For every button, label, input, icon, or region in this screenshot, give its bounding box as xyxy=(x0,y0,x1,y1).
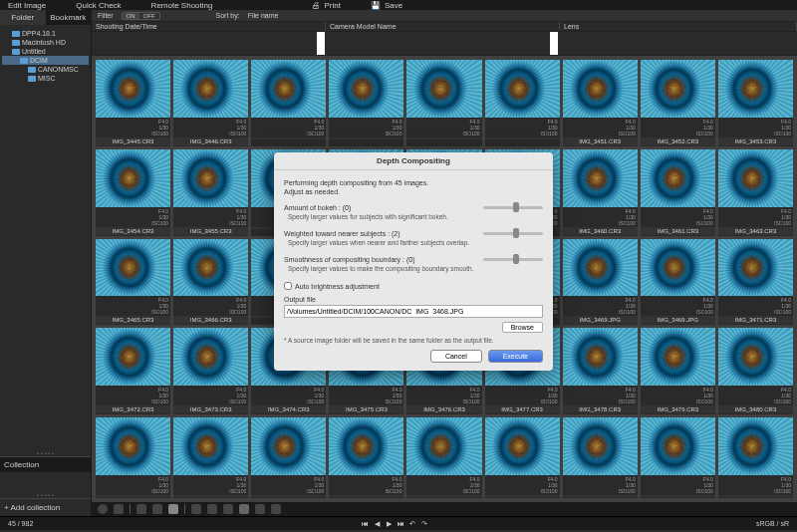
smooth-slider[interactable] xyxy=(483,258,543,261)
thumb-image xyxy=(251,417,326,475)
thumbnail[interactable]: F4.01/30ISO100 xyxy=(406,417,481,498)
thumbnail[interactable]: F4.01/30ISO100 xyxy=(718,417,793,498)
menu-print[interactable]: 🖨 Print xyxy=(312,1,340,10)
header-lens[interactable]: Lens xyxy=(560,22,797,31)
thumb-image xyxy=(173,239,248,297)
view-single-icon[interactable] xyxy=(239,504,249,514)
thumbnail[interactable]: F4.01/30ISO100 IMG_3446.CR3 xyxy=(173,60,248,146)
thumbnail[interactable]: F4.01/30ISO100 IMG_3480.CR3 xyxy=(718,328,793,414)
auto-brightness-check[interactable]: Auto brightness adjustment xyxy=(284,282,543,290)
thumb-filename: IMG_3469.JPG xyxy=(641,316,715,324)
browse-button[interactable]: Browse xyxy=(502,322,543,333)
thumbnail[interactable]: F4.01/30ISO100 IMG_3469.JPG xyxy=(641,239,715,326)
rotate-right-icon[interactable]: ↷ xyxy=(420,520,428,528)
thumb-meta: F4.01/30ISO100 xyxy=(173,475,248,495)
thumbnail[interactable]: F4.01/30ISO100 xyxy=(485,60,560,146)
thumbnail[interactable]: F4.01/30ISO100 IMG_3479.CR3 xyxy=(641,328,715,414)
thumbnail[interactable]: F4.01/30ISO100 IMG_3454.CR3 xyxy=(96,149,170,236)
sortby-value[interactable]: File name xyxy=(248,12,279,19)
thumbnail[interactable]: F4.01/30ISO100 IMG_3473.CR3 xyxy=(173,328,248,414)
thumb-meta: F4.01/30ISO100 xyxy=(329,475,403,495)
rotate-left-icon[interactable]: ↶ xyxy=(408,520,416,528)
view-split-icon[interactable] xyxy=(271,504,281,514)
thumbnail[interactable]: F4.01/30ISO100 xyxy=(251,60,326,146)
weight-slider[interactable] xyxy=(483,232,543,235)
tree-item[interactable]: CANONMSC xyxy=(2,65,89,74)
thumbnail[interactable]: F4.01/30ISO100 xyxy=(485,417,560,498)
bokeh-slider[interactable] xyxy=(483,206,543,209)
tool-square-icon[interactable] xyxy=(152,504,162,514)
thumbnail[interactable]: F4.01/30ISO100 xyxy=(641,417,715,498)
view-compare-icon[interactable] xyxy=(255,504,265,514)
thumb-meta: F4.01/30ISO100 xyxy=(96,475,170,495)
thumb-image xyxy=(563,60,638,118)
thumbnail[interactable]: F4.01/30ISO100 xyxy=(96,417,170,498)
tool-fill-icon[interactable] xyxy=(168,504,178,514)
thumbnail[interactable]: F4.01/30ISO100 IMG_3465.CR3 xyxy=(96,239,170,326)
header-camera[interactable]: Camera Model Name xyxy=(326,22,560,31)
thumbnail[interactable]: F4.01/30ISO100 IMG_3445.CR3 xyxy=(96,60,170,146)
thumb-filename: IMG_3454.CR3 xyxy=(96,227,170,235)
thumbnail[interactable]: F4.01/30ISO100 IMG_3461.CR3 xyxy=(641,149,715,236)
thumb-filename: IMG_3469.JPG xyxy=(563,316,638,324)
nav-first-icon[interactable]: ⏮ xyxy=(361,520,369,528)
view-detail-icon[interactable] xyxy=(223,504,233,514)
execute-button[interactable]: Execute xyxy=(488,350,543,363)
thumbnail[interactable]: F4.01/30ISO100 IMG_3463.CR3 xyxy=(718,149,793,236)
thumbnail[interactable]: F4.01/30ISO100 xyxy=(406,60,481,146)
tree-item[interactable]: Macintosh HD xyxy=(2,38,89,47)
thumb-meta: F4.01/30ISO100 xyxy=(173,118,248,137)
thumbnail[interactable]: F4.01/30ISO100 IMG_3471.CR3 xyxy=(718,239,793,326)
tab-bookmark[interactable]: Bookmark xyxy=(46,10,92,25)
menu-edit-image[interactable]: Edit Image xyxy=(8,1,46,10)
thumbnail[interactable]: F4.01/30ISO100 IMG_3452.CR3 xyxy=(641,60,715,146)
thumb-filename: IMG_3477.CR3 xyxy=(485,405,560,413)
thumbnail[interactable]: F4.01/30ISO100 IMG_3455.CR3 xyxy=(173,149,248,236)
thumbnail[interactable]: F4.01/30ISO100 IMG_3478.CR3 xyxy=(563,328,638,414)
view-grid-icon[interactable] xyxy=(207,504,217,514)
auto-brightness-checkbox[interactable] xyxy=(284,282,292,290)
nav-next-icon[interactable]: ▶ xyxy=(385,520,393,528)
sidebar: Folder Bookmark DPP4.18.1Macintosh HDUnt… xyxy=(0,10,92,516)
nav-prev-icon[interactable]: ◀ xyxy=(373,520,381,528)
tree-label: DPP4.18.1 xyxy=(22,30,56,37)
status-count: 45 / 982 xyxy=(8,520,33,527)
add-collection[interactable]: + Add collection xyxy=(0,498,91,516)
thumb-image xyxy=(485,417,560,475)
thumb-image xyxy=(251,60,326,118)
tool-rect-icon[interactable] xyxy=(114,504,124,514)
thumb-meta: F4.01/30ISO100 xyxy=(641,207,715,227)
thumb-image xyxy=(173,328,248,386)
view-list-icon[interactable] xyxy=(191,504,201,514)
nav-last-icon[interactable]: ⏭ xyxy=(397,520,404,528)
tab-folder[interactable]: Folder xyxy=(0,10,46,25)
header-date[interactable]: Shooting Date/Time xyxy=(92,22,326,31)
thumbnail[interactable]: F4.01/30ISO100 xyxy=(251,417,326,498)
weight-label: Weighted toward nearer subjects : (2) xyxy=(284,230,400,237)
cancel-button[interactable]: Cancel xyxy=(430,350,482,363)
output-path-input[interactable] xyxy=(284,305,543,318)
tool-circle-icon[interactable] xyxy=(98,504,108,514)
tree-item[interactable]: DCIM xyxy=(2,56,89,65)
thumbnail[interactable]: F4.01/30ISO100 xyxy=(329,417,403,498)
thumbnail[interactable]: F4.01/30ISO100 xyxy=(173,417,248,498)
thumbnail[interactable]: F4.01/30ISO100 IMG_3469.JPG xyxy=(563,239,638,326)
tree-item[interactable]: MISC xyxy=(2,74,89,83)
thumbnail[interactable]: F4.01/30ISO100 IMG_3451.CR3 xyxy=(563,60,638,146)
thumb-filename xyxy=(485,495,560,497)
tool-dot-icon[interactable] xyxy=(136,504,146,514)
thumbnail[interactable]: F4.01/30ISO100 xyxy=(563,417,638,498)
menu-remote-shooting[interactable]: Remote Shooting xyxy=(151,1,213,10)
filter-toggle[interactable]: ONOFF xyxy=(122,12,160,20)
tree-item[interactable]: Untitled xyxy=(2,47,89,56)
thumbnail[interactable]: F4.01/30ISO100 IMG_3466.CR3 xyxy=(173,239,248,326)
thumbnail[interactable]: F4.01/30ISO100 IMG_3460.CR3 xyxy=(563,149,638,236)
thumbnail[interactable]: F4.01/30ISO100 IMG_3453.CR3 xyxy=(718,60,793,146)
thumbnail[interactable]: F4.01/30ISO100 IMG_3472.CR3 xyxy=(96,328,170,414)
thumbnail[interactable]: F4.01/30ISO100 xyxy=(329,60,403,146)
thumb-filename: IMG_3461.CR3 xyxy=(641,227,715,235)
menu-quick-check[interactable]: Quick Check xyxy=(76,1,121,10)
tree-label: Macintosh HD xyxy=(22,39,66,46)
tree-item[interactable]: DPP4.18.1 xyxy=(2,29,89,38)
menu-save[interactable]: 💾 Save xyxy=(371,1,402,10)
